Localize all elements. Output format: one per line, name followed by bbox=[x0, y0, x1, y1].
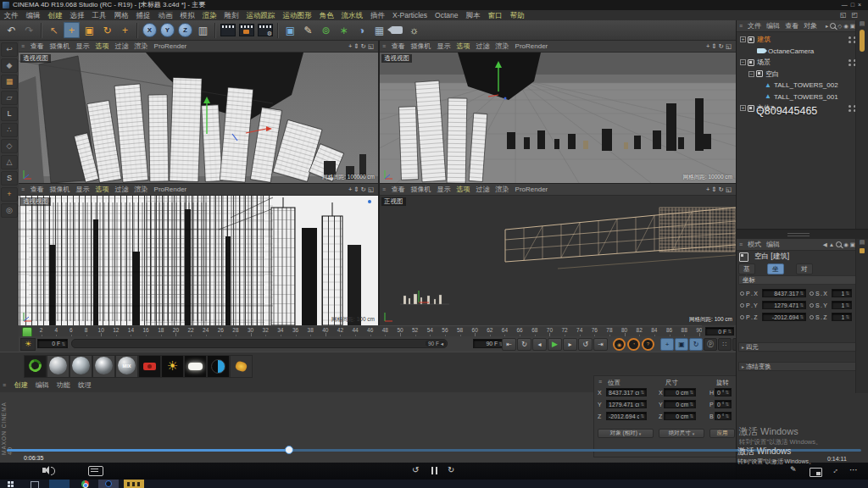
vp3-menu-options[interactable]: 选项 bbox=[92, 186, 112, 193]
more-options-icon[interactable]: ⋯ bbox=[849, 465, 858, 474]
menu-animate[interactable]: 动画 bbox=[154, 10, 176, 20]
burger-icon[interactable]: ≡ bbox=[596, 379, 604, 385]
scale-tool-icon[interactable]: ▣ bbox=[81, 22, 97, 38]
key-scale-button[interactable]: ▣ bbox=[675, 338, 688, 351]
points-mode-icon[interactable]: ∴ bbox=[1, 123, 18, 137]
attr-field[interactable]: 1 bbox=[832, 301, 852, 309]
up-arrow-icon[interactable]: ▲ bbox=[829, 241, 834, 247]
chrome-app-icon[interactable] bbox=[75, 480, 95, 488]
burger-icon[interactable]: ≡ bbox=[380, 43, 388, 49]
om-menu-objects[interactable]: 对象 bbox=[801, 22, 820, 30]
key-pla-button[interactable]: ∷ bbox=[718, 338, 732, 351]
visibility-dot[interactable] bbox=[849, 59, 851, 62]
vp1-menu-view[interactable]: 查看 bbox=[27, 42, 47, 50]
pip-icon[interactable] bbox=[810, 468, 822, 477]
material-menu-create[interactable]: 创建 bbox=[10, 379, 31, 391]
visibility-dot[interactable] bbox=[849, 105, 851, 108]
vp4-menu-view[interactable]: 查看 bbox=[388, 186, 408, 193]
keyframe-circle-icon[interactable] bbox=[810, 303, 814, 308]
next-frame-button[interactable]: ▸ bbox=[563, 338, 577, 351]
environment-icon[interactable]: ▦ bbox=[371, 22, 387, 38]
menu-simulate[interactable]: 模拟 bbox=[176, 10, 198, 20]
menu-motion-tracker[interactable]: 运动跟踪 bbox=[242, 10, 279, 20]
video-progress-knob[interactable] bbox=[285, 446, 293, 454]
attribute-tab-0[interactable]: 基本 bbox=[738, 263, 755, 274]
edit-pencil-icon[interactable]: ✎ bbox=[790, 465, 797, 474]
menu-pipeline[interactable]: 流水线 bbox=[337, 10, 367, 20]
menu-mograph[interactable]: 运动图形 bbox=[279, 10, 315, 20]
area-light-thumb[interactable] bbox=[184, 355, 207, 378]
burger-icon[interactable]: ≡ bbox=[737, 241, 745, 247]
menu-script[interactable]: 脚本 bbox=[462, 10, 484, 20]
end-frame-field[interactable]: 90 F bbox=[473, 339, 505, 348]
zoom-view-icon[interactable]: ⇕ bbox=[711, 186, 718, 193]
goto-end-button[interactable]: ⇥ bbox=[593, 338, 608, 351]
attr-field[interactable]: 1 bbox=[832, 289, 852, 297]
eye-icon[interactable]: ◉ bbox=[843, 241, 849, 248]
vp4-menu-render[interactable]: 渲染 bbox=[492, 186, 512, 193]
half-sphere-thumb[interactable] bbox=[207, 355, 230, 378]
sun-animation-icon[interactable]: ☀ bbox=[20, 338, 36, 351]
vp4-menu-cameras[interactable]: 摄像机 bbox=[408, 186, 434, 193]
mix-material[interactable]: MIX bbox=[115, 355, 138, 378]
layout-panel-icon[interactable]: ◱ bbox=[840, 11, 852, 19]
vp2-menu-options[interactable]: 选项 bbox=[453, 42, 473, 50]
vp4-menu-display[interactable]: 显示 bbox=[434, 186, 453, 193]
vp4-menu-filter[interactable]: 过滤 bbox=[473, 186, 492, 193]
scrollbar-thumb[interactable] bbox=[860, 30, 865, 52]
om-menu-edit[interactable]: 编辑 bbox=[764, 22, 782, 30]
collapsed-section-0[interactable]: 四元 bbox=[738, 342, 857, 352]
deformer-icon[interactable]: ◑ bbox=[353, 22, 370, 38]
coord-field-rotation-P[interactable]: 0 ° bbox=[715, 400, 732, 408]
layout-reset-icon[interactable]: ◰ bbox=[851, 11, 863, 19]
solo-mode-icon[interactable]: ◎ bbox=[1, 203, 18, 218]
minimize-button[interactable]: — bbox=[842, 2, 851, 8]
volume-icon[interactable] bbox=[42, 468, 46, 473]
attr-field[interactable]: -2012.694 bbox=[762, 313, 806, 321]
x-axis-button[interactable]: X bbox=[142, 23, 157, 37]
zoom-view-icon[interactable]: ⇕ bbox=[353, 186, 360, 193]
y-axis-button[interactable]: Y bbox=[160, 23, 175, 37]
workplane-icon[interactable]: ▱ bbox=[1, 91, 18, 105]
burger-icon[interactable]: ≡ bbox=[19, 43, 27, 49]
apply-button[interactable]: 应用 bbox=[709, 429, 735, 438]
menu-tools[interactable]: 工具 bbox=[88, 10, 110, 20]
maximize-view-icon[interactable]: ◱ bbox=[726, 42, 733, 50]
keyframe-selection-button[interactable]: ? bbox=[642, 338, 654, 351]
vp1-menu-render[interactable]: 渲染 bbox=[131, 42, 151, 50]
autokey-button[interactable]: ◔ bbox=[627, 338, 640, 351]
path-select-icon[interactable]: ◇ bbox=[837, 23, 842, 30]
sun-light-thumb[interactable]: ☀ bbox=[161, 355, 184, 378]
tree-row-5[interactable]: ▲TALL_TOWERS_001 bbox=[737, 92, 868, 103]
spline-pen-icon[interactable]: ✎ bbox=[300, 22, 316, 38]
snap-toggle-icon[interactable]: S bbox=[1, 171, 18, 186]
menu-window[interactable]: 窗口 bbox=[484, 10, 506, 20]
viewport-1-canvas[interactable]: 透视视图 网格间距: 100000 cm bbox=[19, 53, 378, 183]
key-parameter-button[interactable]: Ⓟ bbox=[704, 338, 717, 351]
tree-row-1[interactable]: OctaneCamera bbox=[737, 46, 868, 57]
undo-icon[interactable]: ↶ bbox=[3, 22, 19, 38]
coord-field-position-Y[interactable]: 1279.471 cm bbox=[606, 400, 647, 408]
vp3-menu-prorender[interactable]: ProRender bbox=[151, 186, 190, 193]
visibility-dot[interactable] bbox=[849, 36, 851, 39]
maximize-button[interactable]: □ bbox=[851, 2, 858, 8]
skip-back-button[interactable]: ↺ bbox=[412, 465, 419, 474]
coord-field-size-Y[interactable]: 0 cm bbox=[664, 400, 696, 408]
vp3-menu-display[interactable]: 显示 bbox=[73, 186, 92, 193]
expander-icon[interactable]: + bbox=[740, 105, 746, 111]
burger-icon[interactable]: ≡ bbox=[0, 382, 8, 388]
material-menu-function[interactable]: 功能 bbox=[53, 379, 74, 391]
vp3-menu-view[interactable]: 查看 bbox=[27, 186, 47, 193]
coord-field-rotation-H[interactable]: 0 ° bbox=[715, 388, 732, 396]
material-sphere-3[interactable] bbox=[92, 355, 115, 378]
tree-row-3[interactable]: −空白 bbox=[737, 69, 868, 80]
play-sound-button[interactable]: ↺ bbox=[578, 338, 593, 351]
panel-divider[interactable] bbox=[737, 229, 868, 239]
coordinate-system-icon[interactable]: ▥ bbox=[195, 22, 211, 38]
burger-icon[interactable]: ≡ bbox=[380, 186, 388, 192]
vp3-menu-cameras[interactable]: 摄像机 bbox=[47, 186, 73, 193]
scroll-right-icon[interactable]: ▸ bbox=[826, 23, 828, 30]
play-forward-button[interactable]: ▶ bbox=[548, 338, 562, 351]
menu-character[interactable]: 角色 bbox=[315, 10, 337, 20]
am-menu-mode[interactable]: 模式 bbox=[745, 241, 764, 248]
